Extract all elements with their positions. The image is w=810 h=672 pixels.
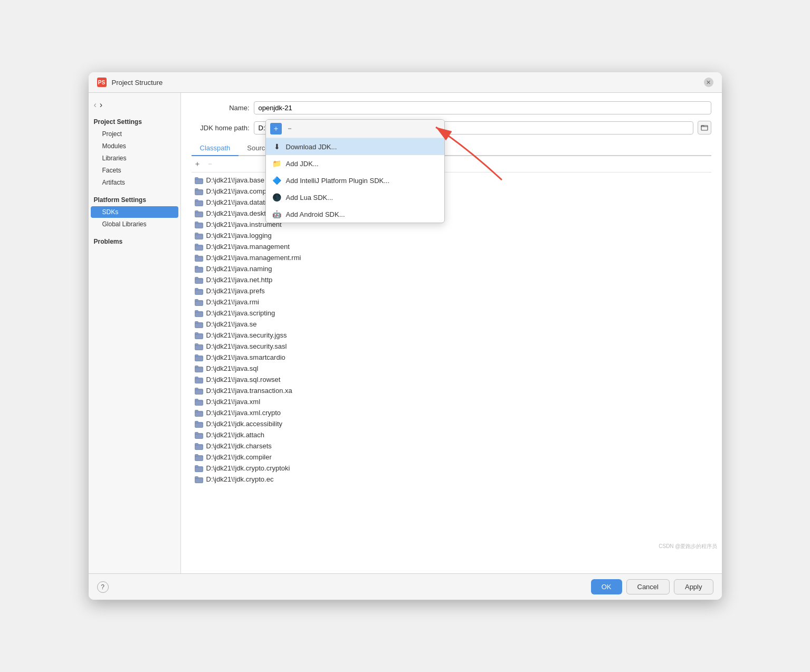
folder-icon — [195, 221, 203, 228]
close-button[interactable]: ✕ — [704, 78, 713, 87]
sidebar-item-facets[interactable]: Facets — [91, 165, 178, 176]
classpath-list-item[interactable]: D:\jdk21\!jdk.compiler — [192, 452, 711, 463]
tab-classpath[interactable]: Classpath — [192, 141, 239, 156]
classpath-list-item[interactable]: D:\jdk21\!java.management.rmi — [192, 252, 711, 263]
sidebar-item-global-libraries[interactable]: Global Libraries — [91, 218, 178, 230]
dropdown-item-label-download-jdk: Download JDK... — [286, 143, 337, 151]
sidebar-item-modules[interactable]: Modules — [91, 140, 178, 152]
folder-icon — [195, 398, 203, 406]
classpath-list-item[interactable]: D:\jdk21\!java.transaction.xa — [192, 385, 711, 396]
name-input[interactable] — [254, 101, 711, 114]
classpath-item-text: D:\jdk21\!java.xml.crypto — [206, 409, 281, 417]
forward-arrow[interactable]: › — [100, 100, 102, 110]
sidebar-problems: Problems — [89, 235, 180, 247]
classpath-list-item[interactable]: D:\jdk21\!jdk.crypto.ec — [192, 474, 711, 485]
classpath-list-item[interactable]: D:\jdk21\!java.naming — [192, 263, 711, 274]
classpath-list-item[interactable]: D:\jdk21\!java.sql — [192, 363, 711, 374]
dropdown-minus-button[interactable]: － — [284, 123, 296, 135]
folder-icon — [195, 420, 203, 428]
footer-buttons: OK Cancel Apply — [591, 579, 713, 594]
add-classpath-button[interactable]: ＋ — [192, 158, 203, 170]
dropdown-item-add-intellij-platform[interactable]: 🔷 Add IntelliJ Platform Plugin SDK... — [266, 172, 444, 189]
dialog-title: Project Structure — [112, 79, 699, 87]
dialog-footer: ? OK Cancel Apply — [89, 573, 722, 600]
folder-icon — [195, 476, 203, 483]
classpath-list-item[interactable]: D:\jdk21\!java.management — [192, 241, 711, 252]
classpath-list-item[interactable]: D:\jdk21\!jdk.charsets — [192, 440, 711, 452]
sidebar-item-libraries[interactable]: Libraries — [91, 152, 178, 164]
dropdown-item-add-lua-sdk[interactable]: 🌑 Add Lua SDK... — [266, 189, 444, 206]
svg-rect-66 — [195, 411, 202, 412]
dropdown-add-button[interactable]: ＋ — [270, 123, 282, 135]
svg-rect-15 — [195, 223, 202, 224]
classpath-item-text: D:\jdk21\!java.management — [206, 243, 290, 251]
classpath-list-item[interactable]: D:\jdk21\!java.security.jgss — [192, 330, 711, 341]
dropdown-item-download-jdk[interactable]: ⬇ Download JDK... — [266, 138, 444, 155]
classpath-list-item[interactable]: D:\jdk21\!java.xml.crypto — [192, 407, 711, 418]
sidebar-item-sdks[interactable]: SDKs — [91, 206, 178, 218]
classpath-list-item[interactable]: D:\jdk21\!java.xml — [192, 396, 711, 407]
classpath-list-item[interactable]: D:\jdk21\!java.sql.rowset — [192, 374, 711, 385]
ok-button[interactable]: OK — [591, 579, 622, 594]
svg-rect-0 — [701, 126, 708, 130]
classpath-item-text: D:\jdk21\!java.sql.rowset — [206, 376, 281, 383]
classpath-item-text: D:\jdk21\!jdk.compiler — [206, 453, 272, 461]
classpath-list-item[interactable]: D:\jdk21\!jdk.attach — [192, 429, 711, 440]
classpath-item-text: D:\jdk21\!java.net.http — [206, 276, 273, 284]
app-icon: PS — [97, 78, 107, 87]
folder-icon — [195, 210, 203, 217]
sidebar-item-artifacts[interactable]: Artifacts — [91, 177, 178, 188]
svg-rect-53 — [195, 366, 198, 367]
name-field-row: Name: — [192, 101, 711, 114]
classpath-list-item[interactable]: D:\jdk21\!java.smartcardio — [192, 352, 711, 363]
folder-icon — [195, 454, 203, 461]
main-content: Name: JDK home path: Classpath Sourc — [181, 93, 722, 573]
dropdown-item-icon-download-jdk: ⬇ — [272, 142, 282, 151]
svg-rect-3 — [195, 179, 202, 179]
classpath-list-item[interactable]: D:\jdk21\!java.net.http — [192, 274, 711, 285]
svg-rect-47 — [195, 343, 198, 345]
classpath-list-item[interactable]: D:\jdk21\!java.se — [192, 319, 711, 330]
classpath-item-text: D:\jdk21\!java.transaction.xa — [206, 387, 292, 395]
svg-rect-23 — [195, 255, 198, 256]
svg-rect-6 — [195, 190, 202, 190]
classpath-list-item[interactable]: D:\jdk21\!jdk.crypto.cryptoki — [192, 463, 711, 474]
dropdown-item-add-android-sdk[interactable]: 🤖 Add Android SDK... — [266, 206, 444, 223]
browse-button[interactable] — [698, 121, 711, 135]
title-bar: PS Project Structure ✕ — [89, 72, 722, 93]
svg-rect-75 — [195, 445, 202, 445]
cancel-button[interactable]: Cancel — [626, 579, 670, 594]
folder-icon — [195, 232, 203, 239]
svg-rect-42 — [195, 323, 202, 323]
classpath-list[interactable]: D:\jdk21\!java.base D:\jdk21\!java.compi… — [192, 172, 711, 565]
classpath-list-item[interactable]: D:\jdk21\!java.prefs — [192, 285, 711, 296]
svg-rect-33 — [195, 290, 202, 290]
name-label: Name: — [192, 104, 250, 112]
classpath-list-item[interactable]: D:\jdk21\!jdk.accessibility — [192, 418, 711, 429]
classpath-item-text: D:\jdk21\!java.desktop — [206, 209, 274, 217]
svg-rect-18 — [195, 234, 202, 235]
jdk-home-label: JDK home path: — [192, 124, 250, 132]
dropdown-item-icon-add-android-sdk: 🤖 — [272, 209, 282, 219]
classpath-list-item[interactable]: D:\jdk21\!java.scripting — [192, 308, 711, 319]
classpath-item-text: D:\jdk21\!java.naming — [206, 265, 272, 273]
classpath-list-item[interactable]: D:\jdk21\!java.logging — [192, 230, 711, 241]
back-arrow[interactable]: ‹ — [94, 100, 97, 110]
folder-icon — [195, 310, 203, 317]
classpath-item-text: D:\jdk21\!jdk.crypto.cryptoki — [206, 464, 290, 472]
help-button[interactable]: ? — [97, 581, 109, 593]
svg-rect-57 — [195, 378, 202, 379]
classpath-list-item[interactable]: D:\jdk21\!java.security.sasl — [192, 341, 711, 352]
dialog-body: ‹ › Project Settings Project Modules Lib… — [89, 93, 722, 573]
svg-rect-54 — [195, 367, 202, 368]
sidebar-item-project[interactable]: Project — [91, 128, 178, 140]
classpath-list-item[interactable]: D:\jdk21\!java.rmi — [192, 296, 711, 308]
classpath-item-text: D:\jdk21\!java.security.jgss — [206, 331, 287, 339]
platform-settings-header: Platform Settings — [89, 193, 180, 206]
folder-icon — [195, 387, 203, 395]
svg-rect-27 — [195, 267, 202, 268]
remove-classpath-button[interactable]: － — [204, 158, 216, 170]
dropdown-item-add-jdk[interactable]: 📁 Add JDK... — [266, 155, 444, 172]
folder-icon — [195, 343, 203, 350]
apply-button[interactable]: Apply — [674, 579, 713, 594]
